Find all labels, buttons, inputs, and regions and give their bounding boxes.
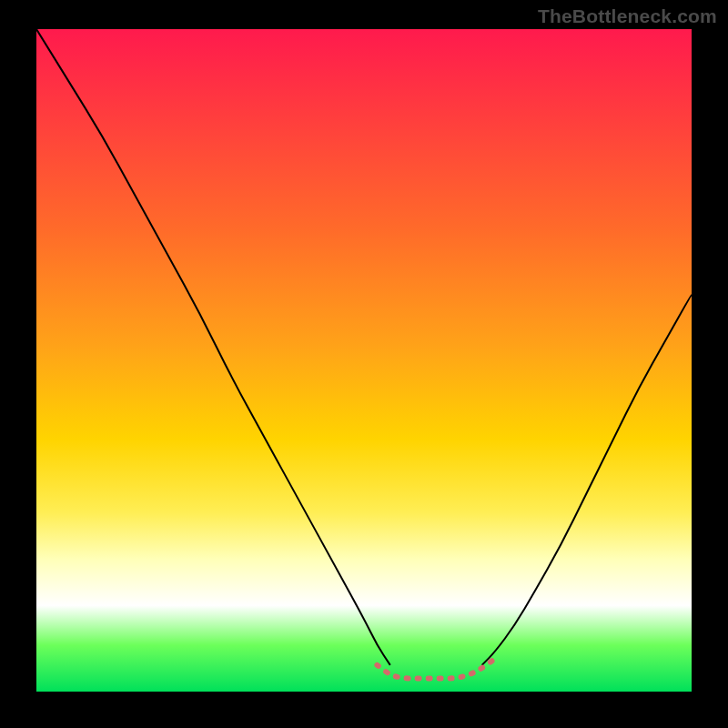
chart-svg <box>36 29 692 692</box>
series-bottom-dotted <box>377 659 495 679</box>
chart-frame: TheBottleneck.com <box>0 0 728 728</box>
series-left-branch <box>36 29 390 665</box>
plot-area <box>36 29 692 692</box>
series-right-branch <box>482 294 692 665</box>
watermark-text: TheBottleneck.com <box>538 5 717 27</box>
